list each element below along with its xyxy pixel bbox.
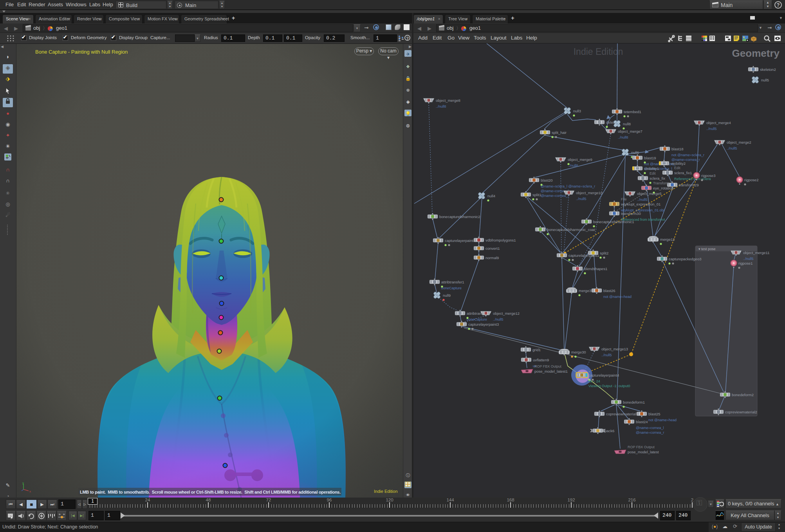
svg-text:wtykiupt_expression_01: wtykiupt_expression_01 xyxy=(621,202,660,206)
svg-text:bonedeform2: bonedeform2 xyxy=(732,393,754,397)
svg-text:blast26: blast26 xyxy=(603,289,615,293)
svg-text:rigpose2: rigpose2 xyxy=(744,178,758,182)
svg-text:@name=cornea_l: @name=cornea_l xyxy=(636,426,664,430)
svg-text:File: File xyxy=(621,197,627,201)
svg-text:null4: null4 xyxy=(487,194,495,198)
svg-text:tetembed1: tetembed1 xyxy=(624,110,641,114)
svg-text:sclera_fix1: sclera_fix1 xyxy=(674,171,692,175)
svg-text:sclera_fix: sclera_fix xyxy=(650,176,665,180)
svg-text:../null5: ../null5 xyxy=(576,197,586,201)
svg-text:Viewing Output -1: output0: Viewing Output -1: output0 xyxy=(588,384,630,388)
svg-text:../null5: ../null5 xyxy=(727,146,737,150)
svg-text:@name=cornea_r: @name=cornea_r xyxy=(541,194,569,198)
svg-text:bonecapturebiharmonic_coat: bonecapturebiharmonic_coat xyxy=(547,227,595,232)
svg-text:not @name=sclera_r: not @name=sclera_r xyxy=(671,153,704,157)
svg-text:pack6: pack6 xyxy=(605,429,614,433)
svg-text:skeleton2: skeleton2 xyxy=(760,67,776,72)
svg-text:bonecapturebiharmonic2: bonecapturebiharmonic2 xyxy=(439,215,480,219)
svg-text:transform30: transform30 xyxy=(621,211,641,216)
svg-text:boneCapture: boneCapture xyxy=(467,317,487,321)
svg-text:Edit: Edit xyxy=(674,166,680,170)
svg-text:blast24: blast24 xyxy=(636,420,648,424)
svg-text:copreviewmaterial2: copreviewmaterial2 xyxy=(725,410,757,414)
svg-text:object_merge9: object_merge9 xyxy=(568,157,592,162)
svg-text:vdbfrompolygons1: vdbfrompolygons1 xyxy=(485,238,516,242)
svg-text:eye_rotation: eye_rotation xyxy=(653,186,673,190)
svg-text:null8: null8 xyxy=(623,122,631,126)
svg-text:blast19: blast19 xyxy=(644,156,656,160)
svg-text:attribtransfer1: attribtransfer1 xyxy=(441,280,464,284)
svg-text:object_merge2: object_merge2 xyxy=(727,140,751,144)
svg-text:@name=sclera_l @name=sclera_r: @name=sclera_l @name=sclera_r xyxy=(541,184,595,188)
svg-text:null3: null3 xyxy=(573,109,581,113)
svg-text:blendshapes1: blendshapes1 xyxy=(584,267,607,271)
svg-text:uvflatten9: uvflatten9 xyxy=(533,358,549,362)
svg-text:../null5: ../null5 xyxy=(601,353,612,357)
svg-text:▾ test pose: ▾ test pose xyxy=(698,247,716,251)
svg-text:bonecapturebiharmonic1: bonecapturebiharmonic1 xyxy=(593,220,634,224)
svg-text:merge12: merge12 xyxy=(660,237,675,242)
svg-text:capturelayerpaint3: capturelayerpaint3 xyxy=(468,322,499,326)
svg-text:ROP FBX Output: ROP FBX Output xyxy=(628,445,655,449)
svg-text:split2: split2 xyxy=(600,251,608,255)
svg-text:object_merge13: object_merge13 xyxy=(601,347,628,351)
svg-text:Indie Edition: Indie Edition xyxy=(574,47,623,57)
svg-text:object_merge10: object_merge10 xyxy=(576,191,603,195)
svg-text:visibility1: visibility1 xyxy=(644,166,659,171)
svg-text:rigpose3: rigpose3 xyxy=(701,173,715,178)
svg-text:capturepackedgeo3: capturepackedgeo3 xyxy=(669,257,701,261)
svg-text:object_merge5: object_merge5 xyxy=(637,191,662,196)
svg-text:rigpose1: rigpose1 xyxy=(738,261,753,265)
svg-text:visibility2: visibility2 xyxy=(671,161,686,166)
svg-text:@name=cornea_r: @name=cornea_r xyxy=(636,431,664,435)
svg-text:blast18: blast18 xyxy=(671,147,684,151)
svg-text:split_hair: split_hair xyxy=(552,130,567,135)
svg-text:blast25: blast25 xyxy=(648,412,660,416)
svg-text:../null8: ../null8 xyxy=(436,105,446,108)
svg-text:object_merge12: object_merge12 xyxy=(493,311,520,316)
svg-text:Edit: Edit xyxy=(650,171,656,175)
svg-text:null5: null5 xyxy=(761,78,769,82)
svg-text:bonedeform1: bonedeform1 xyxy=(623,400,645,404)
svg-text:object_merge4: object_merge4 xyxy=(706,121,731,125)
svg-text:null9: null9 xyxy=(443,293,451,298)
svg-text:object_merge11: object_merge11 xyxy=(743,251,769,255)
svg-text:pose_model_latest: pose_model_latest xyxy=(628,450,659,454)
svg-text:convert1: convert1 xyxy=(485,246,500,251)
svg-text:null6: null6 xyxy=(631,150,639,155)
svg-text:blast20: blast20 xyxy=(541,178,553,182)
svg-text:../null5: ../null5 xyxy=(493,317,503,321)
svg-text:merge30: merge30 xyxy=(571,350,586,354)
svg-text:capturelayerpaint4: capturelayerpaint4 xyxy=(588,373,619,377)
svg-text:y: y xyxy=(22,482,24,485)
svg-text:not @name=head: not @name=head xyxy=(648,418,677,422)
svg-text:../null5: ../null5 xyxy=(706,127,717,131)
svg-text:pose_model_latest1: pose_model_latest1 xyxy=(534,369,568,373)
svg-text:Transform: Transform xyxy=(653,181,669,185)
svg-text:split1: split1 xyxy=(532,193,541,197)
svg-text:ROP FBX Output: ROP FBX Output xyxy=(534,364,561,368)
svg-text:boneCapture: boneCapture xyxy=(441,286,462,290)
svg-text:../null8: ../null8 xyxy=(618,135,628,139)
svg-text:merge35: merge35 xyxy=(579,289,594,293)
svg-text:capturelayerpaint2: capturelayerpaint2 xyxy=(445,238,475,243)
svg-text:grid1: grid1 xyxy=(532,348,541,352)
svg-text:../null5: ../null5 xyxy=(743,257,754,261)
svg-text:not @name=head: not @name=head xyxy=(603,295,632,299)
svg-text:x: x xyxy=(29,490,31,492)
svg-text:normal9: normal9 xyxy=(485,256,499,260)
svg-text:Geometry: Geometry xyxy=(732,47,780,59)
svg-text:object_merge8: object_merge8 xyxy=(436,98,460,103)
svg-text:transform29: transform29 xyxy=(679,183,699,187)
svg-text:copreviewmaterial1: copreviewmaterial1 xyxy=(606,412,638,416)
svg-text:../null5: ../null5 xyxy=(637,198,648,202)
svg-text:object_merge7: object_merge7 xyxy=(618,129,642,133)
